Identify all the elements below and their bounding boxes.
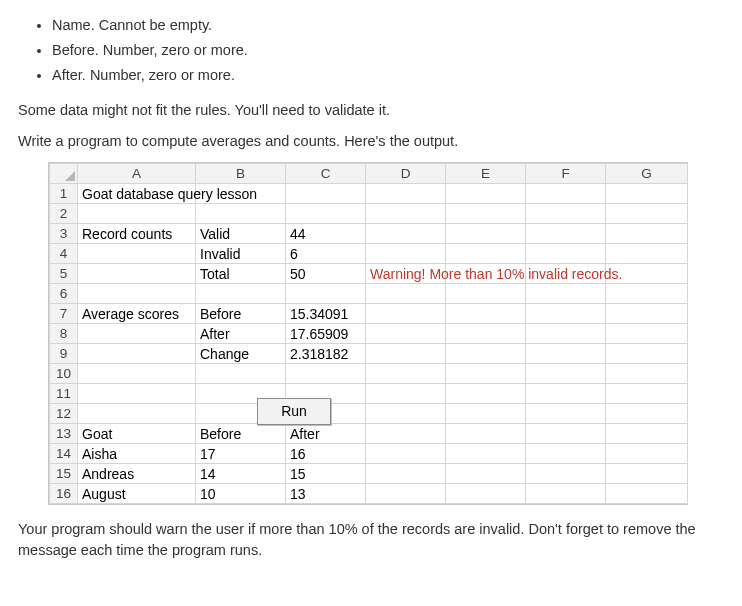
cell[interactable] (78, 384, 196, 404)
cell[interactable]: 16 (286, 444, 366, 464)
cell[interactable] (446, 184, 526, 204)
select-all-corner[interactable] (50, 164, 78, 184)
cell[interactable] (78, 404, 196, 424)
cell[interactable] (286, 364, 366, 384)
cell[interactable] (78, 284, 196, 304)
cell[interactable] (526, 464, 606, 484)
cell[interactable] (366, 364, 446, 384)
cell[interactable] (446, 484, 526, 504)
cell[interactable] (606, 344, 688, 364)
cell[interactable]: Before (196, 304, 286, 324)
cell[interactable] (526, 284, 606, 304)
cell[interactable]: Valid (196, 224, 286, 244)
cell[interactable]: Total (196, 264, 286, 284)
cell[interactable] (78, 244, 196, 264)
cell[interactable] (606, 444, 688, 464)
cell[interactable]: Change (196, 344, 286, 364)
cell[interactable] (446, 424, 526, 444)
cell[interactable] (366, 384, 446, 404)
cell[interactable] (526, 404, 606, 424)
row-header[interactable]: 13 (50, 424, 78, 444)
cell[interactable] (366, 424, 446, 444)
cell[interactable] (606, 184, 688, 204)
cell[interactable]: 14 (196, 464, 286, 484)
cell[interactable] (446, 224, 526, 244)
col-header[interactable]: A (78, 164, 196, 184)
row-header[interactable]: 5 (50, 264, 78, 284)
cell[interactable] (366, 184, 446, 204)
row-header[interactable]: 3 (50, 224, 78, 244)
cell[interactable] (526, 204, 606, 224)
cell[interactable]: Goat (78, 424, 196, 444)
cell[interactable] (78, 324, 196, 344)
cell[interactable] (526, 424, 606, 444)
cell[interactable] (606, 464, 688, 484)
cell[interactable] (196, 364, 286, 384)
row-header[interactable]: 1 (50, 184, 78, 204)
cell[interactable] (526, 384, 606, 404)
cell[interactable] (606, 224, 688, 244)
cell[interactable] (606, 204, 688, 224)
cell[interactable] (366, 284, 446, 304)
row-header[interactable]: 4 (50, 244, 78, 264)
cell[interactable]: Aisha (78, 444, 196, 464)
cell[interactable] (286, 184, 366, 204)
cell[interactable]: Before (196, 424, 286, 444)
row-header[interactable]: 7 (50, 304, 78, 324)
cell[interactable]: After (196, 324, 286, 344)
cell[interactable] (526, 304, 606, 324)
spreadsheet-grid[interactable]: A B C D E F G 1 Goat database query less… (49, 163, 688, 504)
cell[interactable] (606, 244, 688, 264)
cell[interactable] (366, 304, 446, 324)
cell[interactable] (606, 324, 688, 344)
cell[interactable] (446, 404, 526, 424)
cell[interactable]: 10 (196, 484, 286, 504)
cell[interactable] (196, 284, 286, 304)
cell[interactable] (606, 284, 688, 304)
cell[interactable]: After (286, 424, 366, 444)
cell[interactable]: 13 (286, 484, 366, 504)
cell[interactable] (446, 204, 526, 224)
row-header[interactable]: 11 (50, 384, 78, 404)
cell[interactable] (606, 364, 688, 384)
cell[interactable] (446, 364, 526, 384)
cell[interactable] (78, 204, 196, 224)
cell[interactable] (366, 444, 446, 464)
cell[interactable]: 44 (286, 224, 366, 244)
row-header[interactable]: 12 (50, 404, 78, 424)
cell[interactable] (366, 204, 446, 224)
cell[interactable]: Invalid (196, 244, 286, 264)
cell[interactable]: 15.34091 (286, 304, 366, 324)
cell[interactable] (526, 324, 606, 344)
row-header[interactable]: 8 (50, 324, 78, 344)
cell[interactable] (446, 324, 526, 344)
cell[interactable] (606, 304, 688, 324)
col-header[interactable]: D (366, 164, 446, 184)
row-header[interactable]: 15 (50, 464, 78, 484)
cell[interactable]: 17 (196, 444, 286, 464)
warning-cell[interactable]: Warning! More than 10% invalid records. (366, 264, 446, 284)
cell[interactable] (446, 244, 526, 264)
cell[interactable] (526, 364, 606, 384)
cell[interactable] (366, 464, 446, 484)
cell[interactable] (446, 284, 526, 304)
cell[interactable] (366, 224, 446, 244)
cell[interactable]: Andreas (78, 464, 196, 484)
cell[interactable] (446, 444, 526, 464)
row-header[interactable]: 2 (50, 204, 78, 224)
cell[interactable] (366, 324, 446, 344)
cell[interactable] (286, 284, 366, 304)
cell[interactable]: August (78, 484, 196, 504)
cell[interactable] (446, 464, 526, 484)
cell[interactable]: 2.318182 (286, 344, 366, 364)
cell[interactable]: 15 (286, 464, 366, 484)
cell[interactable] (366, 244, 446, 264)
cell[interactable] (526, 224, 606, 244)
cell[interactable] (78, 364, 196, 384)
run-button[interactable]: Run (257, 398, 331, 425)
row-header[interactable]: 14 (50, 444, 78, 464)
cell[interactable]: 50 (286, 264, 366, 284)
cell[interactable] (286, 204, 366, 224)
cell[interactable] (526, 344, 606, 364)
cell[interactable] (446, 344, 526, 364)
